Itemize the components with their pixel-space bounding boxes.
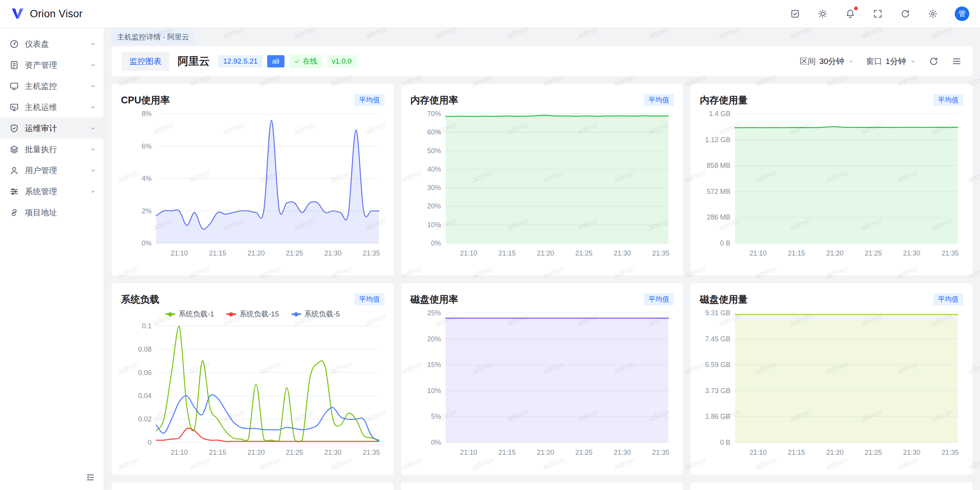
svg-text:20%: 20% bbox=[427, 335, 441, 343]
cpu-usage-chart: 0%2%4%6%8%21:1021:1521:2021:2521:3021:35 bbox=[121, 108, 384, 259]
window-select[interactable]: 窗口 1分钟 bbox=[866, 56, 916, 67]
sidebar-item-assets[interactable]: 资产管理 bbox=[0, 54, 104, 75]
chart-title: 磁盘使用率 bbox=[410, 293, 458, 306]
sidebar-item-dashboard[interactable]: 仪表盘 bbox=[0, 33, 104, 54]
refresh-icon[interactable] bbox=[900, 8, 911, 20]
svg-text:0%: 0% bbox=[431, 439, 441, 446]
tasks-check-icon[interactable] bbox=[789, 8, 801, 20]
svg-text:21:10: 21:10 bbox=[171, 249, 188, 257]
chart-card-stub bbox=[401, 482, 683, 490]
sidebar-item-system-mgmt[interactable]: 系统管理 bbox=[0, 181, 104, 202]
svg-text:1.12 GB: 1.12 GB bbox=[705, 136, 730, 144]
svg-text:50%: 50% bbox=[427, 147, 441, 155]
legend-item[interactable]: 系统负载-1 bbox=[165, 309, 214, 319]
sidebar-item-label: 主机监控 bbox=[25, 81, 83, 92]
main-content: adminadminadminadminadminadminadminadmin… bbox=[104, 28, 980, 490]
svg-text:21:20: 21:20 bbox=[247, 249, 265, 257]
svg-text:25%: 25% bbox=[427, 309, 441, 317]
svg-text:21:10: 21:10 bbox=[460, 249, 477, 257]
svg-text:0.06: 0.06 bbox=[138, 369, 152, 377]
chart-card-stub bbox=[691, 482, 972, 490]
interval-label: 区间 bbox=[800, 56, 816, 67]
chevron-down-icon bbox=[89, 167, 97, 174]
sidebar-item-label: 运维审计 bbox=[25, 123, 83, 134]
host-tag: v1.0.0 bbox=[327, 55, 357, 67]
avg-badge: 平均值 bbox=[933, 94, 963, 106]
interval-select[interactable]: 区间 30分钟 bbox=[800, 56, 854, 67]
sidebar-item-label: 仪表盘 bbox=[25, 39, 83, 49]
svg-text:4%: 4% bbox=[142, 175, 152, 182]
svg-text:21:20: 21:20 bbox=[247, 449, 265, 456]
svg-text:20%: 20% bbox=[427, 202, 441, 210]
chart-refresh-icon[interactable] bbox=[928, 56, 939, 67]
notifications-bell-icon[interactable] bbox=[844, 8, 856, 20]
menu-fold-icon[interactable] bbox=[85, 472, 96, 483]
system-load-chart: 00.020.040.060.080.121:1021:1521:2021:25… bbox=[121, 321, 384, 458]
brand: Orion Visor bbox=[11, 8, 83, 20]
svg-text:6%: 6% bbox=[142, 143, 152, 150]
theme-sun-icon[interactable] bbox=[817, 8, 828, 20]
sidebar-item-host-monitor[interactable]: 主机监控 bbox=[0, 75, 104, 97]
svg-text:3.73 GB: 3.73 GB bbox=[705, 387, 730, 395]
sidebar-item-label: 项目地址 bbox=[25, 207, 97, 218]
layers-icon bbox=[9, 144, 19, 154]
svg-text:30%: 30% bbox=[427, 184, 441, 192]
sidebar-item-label: 用户管理 bbox=[25, 165, 83, 176]
chart-card-cpu-usage: CPU使用率 平均值 0%2%4%6%8%21:1021:1521:2021:2… bbox=[112, 84, 394, 275]
chevron-down-icon bbox=[89, 40, 97, 48]
host-tag: ali bbox=[267, 55, 284, 67]
chart-card-memory-percent: 内存使用率 平均值 0%10%20%30%40%50%60%70%21:1021… bbox=[401, 84, 683, 275]
svg-text:21:35: 21:35 bbox=[363, 249, 380, 257]
avg-badge: 平均值 bbox=[644, 94, 674, 106]
svg-text:9.31 GB: 9.31 GB bbox=[705, 309, 730, 317]
svg-text:21:35: 21:35 bbox=[941, 249, 959, 257]
chart-card-system-load: 系统负载 平均值 系统负载-1系统负载-15系统负载-5 00.020.040.… bbox=[112, 283, 394, 475]
legend-item[interactable]: 系统负载-5 bbox=[291, 309, 340, 319]
chevron-down-icon bbox=[848, 58, 854, 65]
sidebar: 仪表盘资产管理主机监控主机运维运维审计批量执行用户管理系统管理项目地址 bbox=[0, 28, 104, 490]
sidebar-item-label: 批量执行 bbox=[25, 144, 83, 155]
svg-text:0.02: 0.02 bbox=[138, 415, 152, 423]
chevron-down-icon bbox=[89, 61, 97, 69]
svg-text:21:25: 21:25 bbox=[286, 249, 303, 257]
svg-text:21:10: 21:10 bbox=[750, 449, 767, 456]
svg-text:0.04: 0.04 bbox=[138, 392, 152, 400]
chevron-down-icon bbox=[89, 188, 97, 195]
chart-grid-next-row bbox=[112, 482, 972, 490]
sidebar-item-user-mgmt[interactable]: 用户管理 bbox=[0, 160, 104, 181]
sidebar-nav: 仪表盘资产管理主机监控主机运维运维审计批量执行用户管理系统管理项目地址 bbox=[0, 33, 104, 223]
chart-title: 内存使用率 bbox=[410, 94, 458, 107]
fullscreen-icon[interactable] bbox=[872, 8, 884, 20]
sidebar-item-project-link[interactable]: 项目地址 bbox=[0, 202, 104, 223]
settings-gear-icon[interactable] bbox=[927, 8, 939, 20]
chart-card-stub bbox=[112, 482, 394, 490]
svg-text:21:25: 21:25 bbox=[286, 449, 303, 456]
svg-text:21:15: 21:15 bbox=[788, 449, 805, 456]
monitor-chart-tab[interactable]: 监控图表 bbox=[122, 52, 169, 71]
shield-icon bbox=[9, 123, 19, 133]
svg-text:5%: 5% bbox=[431, 413, 441, 420]
avg-badge: 平均值 bbox=[354, 94, 384, 106]
svg-text:21:30: 21:30 bbox=[324, 249, 341, 257]
sidebar-item-host-ops[interactable]: 主机运维 bbox=[0, 97, 104, 118]
svg-text:7.45 GB: 7.45 GB bbox=[705, 335, 730, 343]
breadcrumb-item[interactable]: 主机监控详情 - 阿里云 bbox=[112, 29, 194, 45]
sliders-icon bbox=[9, 187, 19, 197]
avg-badge: 平均值 bbox=[644, 293, 674, 305]
legend-item[interactable]: 系统负载-15 bbox=[226, 309, 279, 319]
user-avatar[interactable]: 管 bbox=[955, 7, 969, 21]
sidebar-item-batch-exec[interactable]: 批量执行 bbox=[0, 139, 104, 160]
sidebar-item-ops-audit[interactable]: 运维审计 bbox=[0, 118, 104, 139]
app-title: Orion Visor bbox=[30, 8, 83, 20]
host-name: 阿里云 bbox=[178, 54, 210, 69]
svg-text:21:30: 21:30 bbox=[324, 449, 341, 456]
chart-title: CPU使用率 bbox=[121, 94, 170, 107]
disk-percent-chart: 0%5%10%15%20%25%21:1021:1521:2021:2521:3… bbox=[410, 308, 674, 458]
host-tag: 在线 bbox=[289, 54, 322, 68]
sidebar-item-label: 主机运维 bbox=[25, 102, 83, 113]
svg-text:21:15: 21:15 bbox=[209, 249, 226, 257]
window-value: 1分钟 bbox=[885, 56, 906, 67]
chart-config-icon[interactable] bbox=[951, 56, 962, 67]
toolbar-controls: 区间 30分钟 窗口 1分钟 bbox=[800, 56, 962, 67]
file-icon bbox=[9, 60, 19, 70]
